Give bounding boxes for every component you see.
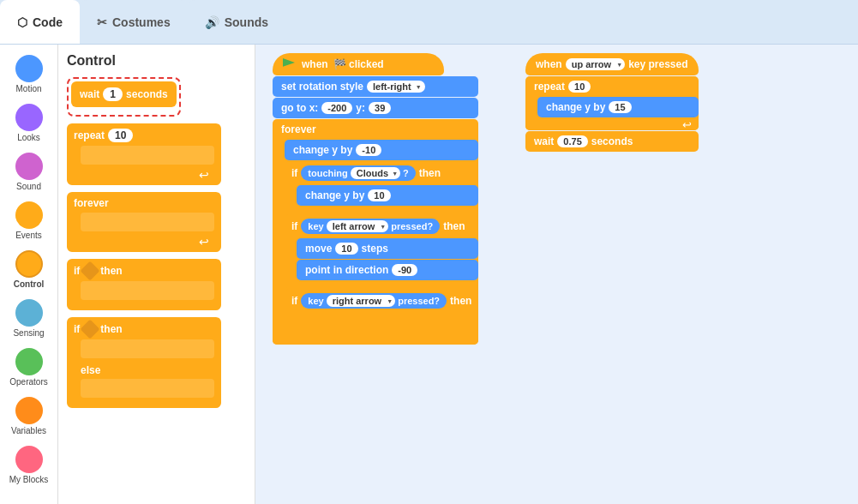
variables-label: Variables	[11, 426, 46, 435]
forever-body	[81, 213, 214, 231]
if-label-1: if	[291, 167, 297, 179]
y-label: y:	[356, 102, 365, 114]
left-arrow-dropdown[interactable]: left arrow ▼	[327, 220, 389, 232]
change-y-val1[interactable]: -10	[356, 144, 381, 156]
go-to-block[interactable]: go to x: -200 y: 39	[273, 98, 478, 118]
point-direction-block[interactable]: point in direction -90	[297, 260, 478, 280]
if-left-body: move 10 steps point in direction -90	[297, 238, 478, 280]
change-y-val2[interactable]: 10	[368, 189, 390, 201]
up-arrow-dropdown-arrow: ▼	[616, 62, 622, 68]
wait-075-block[interactable]: wait 0.75 seconds	[525, 131, 699, 152]
block-panel: Control wait 1 seconds repeat 10 ↩ forev…	[58, 45, 255, 504]
if-label: if	[74, 265, 80, 277]
sensing-label: Sensing	[13, 328, 44, 338]
sidebar-item-variables[interactable]: Variables	[0, 393, 57, 439]
if2-body	[81, 339, 214, 358]
then-label: then	[100, 265, 122, 277]
up-arrow-dropdown[interactable]: up arrow ▼	[566, 58, 625, 70]
tab-costumes[interactable]: ✂ Costumes	[80, 0, 188, 44]
forever-label: forever	[74, 197, 109, 209]
key-pressed-label: key pressed	[628, 58, 687, 70]
right-arrow-dropdown[interactable]: right arrow ▼	[327, 295, 395, 307]
tab-sounds[interactable]: 🔊 Sounds	[188, 0, 285, 44]
rotation-dropdown[interactable]: left-right ▼	[367, 81, 425, 93]
set-rotation-block[interactable]: set rotation style left-right ▼	[273, 76, 478, 97]
move-steps-block[interactable]: move 10 steps	[297, 238, 478, 259]
sidebar-item-looks[interactable]: Looks	[0, 100, 57, 146]
clouds-dropdown-arrow: ▼	[392, 171, 398, 177]
when-up-arrow-hat[interactable]: when up arrow ▼ key pressed	[525, 53, 699, 75]
looks-label: Looks	[17, 133, 40, 142]
forever-return-icon: ↩	[74, 235, 214, 252]
touching-condition[interactable]: touching Clouds ▼ ?	[301, 165, 415, 181]
change-y-label2: change y by	[305, 189, 364, 201]
tab-sounds-label: Sounds	[225, 15, 268, 29]
sidebar-item-operators[interactable]: Operators	[0, 345, 57, 390]
categories-sidebar: Motion Looks Sound Events Control Sensin…	[0, 45, 58, 504]
y-value[interactable]: 39	[369, 102, 391, 114]
move-label: move	[305, 243, 332, 255]
then-label-3: then	[450, 295, 471, 307]
clicked-label: 🏁 clicked	[333, 58, 384, 70]
sidebar-item-myblocks[interactable]: My Blocks	[0, 442, 57, 488]
if-touching-header: if touching Clouds ▼ ? then	[285, 161, 478, 185]
x-value[interactable]: -200	[321, 102, 352, 114]
left-arrow-condition[interactable]: key left arrow ▼ pressed?	[301, 219, 440, 234]
repeat-body	[81, 146, 214, 165]
change-y-plus-block[interactable]: change y by 10	[297, 185, 478, 206]
wait-075-val[interactable]: 0.75	[557, 135, 587, 147]
change-y-minus-block[interactable]: change y by -10	[285, 140, 478, 160]
move-val[interactable]: 10	[335, 243, 357, 255]
wait-block[interactable]: wait 1 seconds	[71, 81, 177, 107]
if-right-arrow-block[interactable]: if key right arrow ▼ pressed? then	[285, 289, 478, 333]
repeat-label: repeat	[74, 129, 105, 141]
sidebar-item-events[interactable]: Events	[0, 198, 57, 243]
operators-label: Operators	[9, 377, 47, 387]
panel-title: Control	[67, 53, 246, 69]
if-left-arrow-block[interactable]: if key left arrow ▼ pressed? then	[285, 214, 478, 288]
events-circle	[15, 201, 43, 229]
sidebar-item-control[interactable]: Control	[0, 247, 57, 292]
wait-seconds-label: seconds	[126, 88, 168, 100]
point-dir-label: point in direction	[305, 264, 388, 276]
if-then-else-block[interactable]: if then else	[67, 317, 246, 408]
repeat-10-block[interactable]: repeat 10 change y by 15 ↩	[525, 76, 699, 130]
clouds-dropdown[interactable]: Clouds ▼	[351, 167, 400, 179]
operators-circle	[15, 348, 43, 375]
myblocks-label: My Blocks	[9, 475, 49, 484]
if-touching-foot	[285, 207, 478, 213]
tab-code-label: Code	[33, 15, 63, 29]
sidebar-item-motion[interactable]: Motion	[0, 51, 57, 97]
left-arrow-dropdown-arrow: ▼	[380, 224, 386, 230]
canvas-area: when 🏁 clicked set rotation style left-r…	[255, 45, 858, 504]
if-touching-block[interactable]: if touching Clouds ▼ ? then	[285, 161, 478, 213]
sidebar-item-sensing[interactable]: Sensing	[0, 296, 57, 341]
main-area: Motion Looks Sound Events Control Sensin…	[0, 45, 858, 504]
wait-block-highlighted: wait 1 seconds	[67, 77, 181, 117]
if-then-block[interactable]: if then	[67, 259, 221, 310]
wait-value[interactable]: 1	[103, 87, 123, 101]
right-arrow-condition[interactable]: key right arrow ▼ pressed?	[301, 293, 447, 309]
repeat-block[interactable]: repeat 10 ↩	[67, 123, 221, 185]
when-clicked-hat[interactable]: when 🏁 clicked	[273, 53, 444, 75]
change-y-15-block[interactable]: change y by 15	[537, 97, 699, 117]
if-right-body	[297, 313, 478, 327]
repeat-label-2: repeat	[534, 81, 565, 93]
when-label-2: when	[536, 58, 562, 70]
repeat-value[interactable]: 10	[108, 129, 133, 142]
repeat-return-icon: ↩	[74, 168, 214, 185]
change-y-val3[interactable]: 15	[609, 101, 631, 113]
forever-wrapper[interactable]: forever change y by -10 if touching	[273, 119, 478, 345]
if-label-2: if	[291, 220, 297, 232]
direction-val[interactable]: -90	[392, 264, 417, 276]
then-label-2: then	[443, 220, 465, 232]
repeat-10-val[interactable]: 10	[568, 81, 591, 93]
control-circle	[15, 250, 43, 278]
tab-code[interactable]: ⬡ Code	[0, 0, 80, 44]
forever-block[interactable]: forever ↩	[67, 192, 221, 252]
sidebar-item-sound[interactable]: Sound	[0, 149, 57, 195]
if-label-3: if	[291, 295, 297, 307]
steps-label: steps	[362, 243, 388, 255]
if-body	[81, 281, 214, 300]
forever-foot	[273, 334, 478, 345]
